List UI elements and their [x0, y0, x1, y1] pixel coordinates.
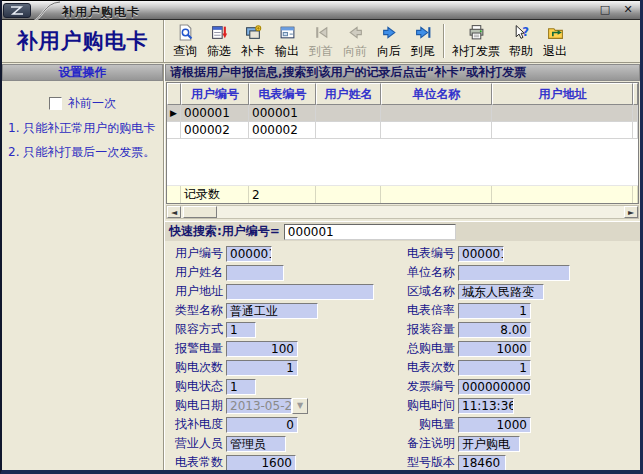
next-record-button[interactable]: 向后: [372, 21, 406, 61]
record-count-row: 记录数 2: [167, 186, 638, 203]
field-purchase-energy[interactable]: 1000: [458, 417, 531, 433]
grid-horizontal-scrollbar[interactable]: ◄ ►: [166, 205, 639, 219]
field-installed-capacity[interactable]: 8.00: [458, 322, 531, 338]
field-label-capacity-limit-mode: 限容方式: [173, 321, 223, 338]
toolbar: 补用户购电卡 查询 筛选 补卡: [2, 20, 640, 63]
next-record-icon: [381, 24, 398, 44]
field-label-invoice-number: 发票编号: [405, 378, 455, 395]
field-label-installed-capacity: 报装容量: [405, 321, 455, 338]
field-label-purchase-date: 购电日期: [173, 397, 223, 414]
column-header-unit-name[interactable]: 单位名称: [381, 83, 492, 105]
field-label-purchase-energy: 购电量: [405, 416, 455, 433]
sidebar-note-1: 1. 只能补正常用户的购电卡: [8, 121, 159, 136]
svg-text:?: ?: [522, 25, 529, 39]
quick-search-input[interactable]: [284, 224, 456, 240]
instruction-bar: 请根据用户申报信息,搜索到该用户的记录后点击“补卡”或补打发票: [165, 64, 640, 81]
grid-empty-area: [167, 139, 638, 186]
reissue-previous-checkbox[interactable]: [49, 97, 62, 110]
field-label-remark: 备注说明: [405, 435, 455, 452]
titlebar-swoosh-decoration: [32, 1, 62, 21]
exit-icon: [547, 24, 564, 44]
grid-marker-header: [167, 83, 181, 105]
field-total-energy[interactable]: 1000: [458, 341, 531, 357]
column-header-overflow: [633, 83, 638, 105]
user-records-grid: 用户编号 电表编号 用户姓名 单位名称 用户地址 ▶ 000001 000001…: [166, 82, 639, 204]
field-label-purchase-time: 购电时间: [405, 397, 455, 414]
field-operator[interactable]: 管理员: [226, 436, 286, 452]
sidebar-note-2: 2. 只能补打最后一次发票。: [8, 145, 159, 160]
field-unit-name[interactable]: [458, 265, 570, 281]
scroll-right-arrow[interactable]: ►: [624, 206, 638, 218]
field-label-meter-ratio: 电表倍率: [405, 302, 455, 319]
field-user-address[interactable]: [226, 284, 374, 300]
field-user-id[interactable]: 000001: [226, 246, 272, 262]
output-button[interactable]: 输出: [270, 21, 304, 61]
field-label-meter-constant: 电表常数: [173, 454, 223, 471]
field-alarm-energy[interactable]: 100: [226, 341, 298, 357]
settings-sidebar: 设置操作 补前一次 1. 只能补正常用户的购电卡 2. 只能补打最后一次发票。: [2, 64, 164, 470]
checkbox-label: 补前一次: [68, 95, 116, 112]
column-header-user-id[interactable]: 用户编号: [181, 83, 249, 105]
column-header-user-address[interactable]: 用户地址: [492, 83, 633, 105]
last-record-icon: [415, 24, 432, 44]
search-icon: [177, 24, 194, 44]
app-window: 补用户购电卡 □ ✕ 补用户购电卡 查询 筛选: [0, 0, 643, 474]
exit-button[interactable]: 退出: [538, 21, 572, 61]
field-adjust-energy[interactable]: 0: [226, 417, 298, 433]
field-remark[interactable]: 开户购电: [458, 436, 520, 452]
field-meter-ratio[interactable]: 1: [458, 303, 531, 319]
field-capacity-limit-mode[interactable]: 1: [226, 322, 256, 338]
previous-record-icon: [347, 24, 364, 44]
field-label-operator: 营业人员: [173, 435, 223, 452]
field-label-meter-count: 电表次数: [405, 359, 455, 376]
toolbar-separator: [443, 24, 445, 58]
field-purchase-count[interactable]: 1: [226, 360, 298, 376]
field-purchase-time[interactable]: 11:13:36: [458, 398, 514, 414]
field-label-adjust-energy: 找补电度: [173, 416, 223, 433]
scrollbar-thumb[interactable]: [183, 206, 217, 218]
field-purchase-status[interactable]: 1: [226, 379, 256, 395]
field-user-name[interactable]: [226, 265, 284, 281]
last-record-button[interactable]: 到尾: [406, 21, 440, 61]
field-label-type-name: 类型名称: [173, 302, 223, 319]
field-meter-count[interactable]: 1: [458, 360, 531, 376]
table-row[interactable]: ▶ 000001 000001: [167, 105, 638, 122]
detail-form: 用户编号000001 用户姓名 用户地址 类型名称普通工业 限容方式1 报警电量…: [165, 242, 640, 470]
column-header-user-name[interactable]: 用户姓名: [316, 83, 381, 105]
close-button[interactable]: ✕: [621, 3, 635, 17]
field-purchase-date[interactable]: 2013-05-25: [226, 398, 292, 414]
maximize-button[interactable]: □: [598, 3, 612, 17]
query-button[interactable]: 查询: [168, 21, 202, 61]
card-add-icon: [245, 24, 262, 44]
filter-button[interactable]: 筛选: [202, 21, 236, 61]
field-label-user-id: 用户编号: [173, 245, 223, 262]
export-icon: [279, 24, 296, 44]
sidebar-header: 设置操作: [2, 64, 163, 81]
first-record-button: 到首: [304, 21, 338, 61]
column-header-meter-id[interactable]: 电表编号: [249, 83, 316, 105]
help-button[interactable]: ? 帮助: [504, 21, 538, 61]
field-label-purchase-status: 购电状态: [173, 378, 223, 395]
scroll-left-arrow[interactable]: ◄: [167, 206, 181, 218]
app-logo-icon: [3, 3, 31, 18]
field-model-version[interactable]: 18460: [458, 455, 506, 471]
reissue-card-button[interactable]: 补卡: [236, 21, 270, 61]
title-bar: 补用户购电卡 □ ✕: [0, 0, 643, 20]
field-label-total-energy: 总购电量: [405, 340, 455, 357]
field-area-name[interactable]: 城东人民路变: [458, 284, 544, 300]
chevron-down-icon[interactable]: ▼: [292, 398, 308, 414]
field-meter-constant[interactable]: 1600: [226, 455, 296, 471]
reissue-previous-checkbox-row[interactable]: 补前一次: [2, 95, 163, 112]
field-label-user-name: 用户姓名: [173, 264, 223, 281]
printer-icon: [468, 24, 485, 44]
table-row[interactable]: 000002 000002: [167, 122, 638, 139]
window-title: 补用户购电卡: [62, 4, 140, 21]
field-meter-id[interactable]: 000001: [458, 246, 504, 262]
reprint-invoice-button[interactable]: 补打发票: [448, 21, 504, 61]
field-label-purchase-count: 购电次数: [173, 359, 223, 376]
field-invoice-number[interactable]: 0000000001: [458, 379, 531, 395]
main-content: 请根据用户申报信息,搜索到该用户的记录后点击“补卡”或补打发票 用户编号 电表编…: [165, 64, 640, 470]
current-row-marker: ▶: [167, 105, 181, 122]
field-type-name[interactable]: 普通工业: [226, 303, 318, 319]
filter-icon: [211, 24, 228, 44]
